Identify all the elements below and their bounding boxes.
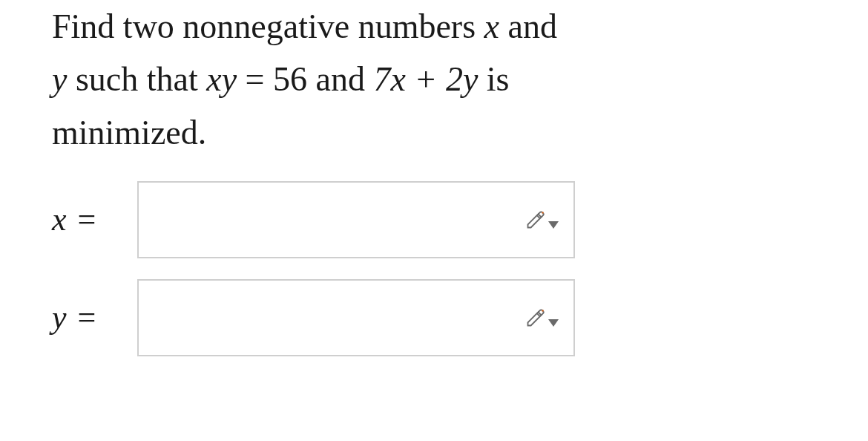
- pencil-icon: [525, 209, 546, 230]
- math-expression: 7x + 2y: [373, 60, 478, 98]
- x-input[interactable]: [137, 181, 575, 258]
- number-constant: 56: [273, 60, 307, 98]
- equation-editor-button[interactable]: [525, 307, 559, 328]
- answer-row-y: y =: [52, 279, 816, 356]
- svg-point-1: [542, 310, 544, 312]
- variable-x-label: x: [52, 201, 67, 238]
- problem-statement: Find two nonnegative numbers x and y suc…: [52, 0, 816, 159]
- text-segment: such that: [67, 60, 206, 98]
- text-segment: minimized.: [52, 114, 206, 151]
- svg-point-0: [542, 212, 544, 214]
- answer-label-x: x =: [52, 200, 137, 238]
- chevron-down-icon: [548, 319, 559, 327]
- equals-sign: =: [70, 201, 96, 238]
- input-wrapper-y: [137, 279, 575, 356]
- y-input[interactable]: [137, 279, 575, 356]
- text-segment: and: [499, 7, 557, 45]
- variable-x: x: [484, 7, 499, 45]
- text-segment: and: [307, 60, 373, 98]
- text-segment: Find two nonnegative numbers: [52, 7, 484, 45]
- math-expression: xy: [206, 60, 237, 98]
- text-segment: =: [237, 60, 273, 98]
- equation-editor-button[interactable]: [525, 209, 559, 230]
- answer-label-y: y =: [52, 298, 137, 336]
- text-segment: is: [478, 60, 509, 98]
- answer-row-x: x =: [52, 181, 816, 258]
- pencil-icon: [525, 307, 546, 328]
- input-wrapper-x: [137, 181, 575, 258]
- chevron-down-icon: [548, 221, 559, 229]
- equals-sign: =: [70, 299, 96, 336]
- variable-y: y: [52, 60, 67, 98]
- variable-y-label: y: [52, 299, 67, 336]
